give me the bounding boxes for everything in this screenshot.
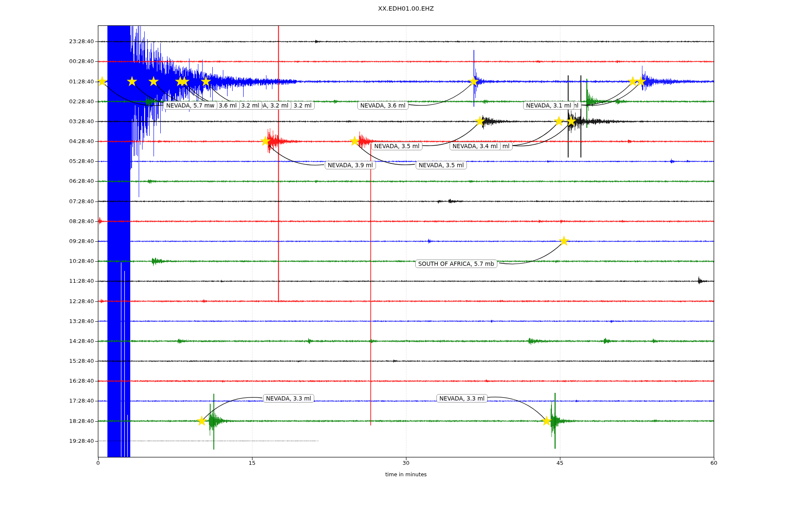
row-time-label: 08:28:40 [56,218,94,225]
row-time-label: 17:28:40 [56,397,94,405]
x-tick-label: 30 [397,460,415,466]
event-star-icon: ★ [259,134,272,148]
event-star-icon: ★ [474,114,486,128]
row-time-label: 06:28:40 [56,177,94,185]
row-time-label: 16:28:40 [56,377,94,385]
event-label: NEVADA, 3.1 ml [523,101,574,110]
row-time-label: 02:28:40 [56,98,94,105]
x-axis-label: time in minutes [321,471,491,478]
event-star-icon: ★ [348,134,361,148]
event-star-icon: ★ [96,74,108,88]
event-label: NEVADA, 3.3 ml [436,394,488,403]
event-label: NEVADA, 5.7 mw [163,101,217,110]
row-time-label: 03:28:40 [56,118,94,125]
row-time-label: 10:28:40 [56,257,94,265]
row-time-label: 14:28:40 [56,337,94,345]
row-time-label: 23:28:40 [56,38,94,45]
event-label: NEVADA, 3.9 ml [325,161,376,169]
event-star-icon: ★ [148,74,160,88]
row-time-label: 18:28:40 [56,417,94,425]
x-tick-label: 15 [243,460,261,466]
event-star-icon: ★ [178,74,190,88]
event-label: NEVADA, 3.6 ml [357,101,409,110]
event-label: NEVADA, 3.5 ml [416,161,467,169]
row-time-label: 13:28:40 [56,318,94,325]
event-label: NEVADA, 3.4 ml [450,142,501,150]
event-star-icon: ★ [565,114,577,128]
annotation-connector-line [499,241,564,264]
row-time-label: 01:28:40 [56,78,94,86]
annotation-connector-line [202,398,262,421]
event-label: NEVADA, 3.3 ml [263,394,314,403]
annotation-connector-line [409,82,474,105]
event-star-icon: ★ [468,74,480,88]
row-time-label: 12:28:40 [56,298,94,305]
x-tick-label: 45 [551,460,569,466]
helicorder-figure: XX.EDH01.00.EHZ 23:28:4000:28:4001:28:40… [0,0,812,508]
event-star-icon: ★ [126,74,138,88]
row-time-label: 11:28:40 [56,277,94,285]
row-time-label: 15:28:40 [56,357,94,365]
x-tick-label: 0 [89,460,107,466]
row-time-label: 19:28:40 [56,437,94,445]
annotation-connectors [0,0,812,508]
row-time-label: 00:28:40 [56,58,94,65]
row-time-label: 09:28:40 [56,237,94,245]
event-star-icon: ★ [200,74,212,88]
x-tick-label: 60 [705,460,723,466]
event-star-icon: ★ [196,414,208,427]
event-star-icon: ★ [635,74,647,88]
event-star-icon: ★ [553,114,565,128]
event-label: NEVADA, 3.5 ml [371,142,422,150]
annotation-connector-line [574,82,633,105]
annotation-connector-line [486,397,547,421]
event-label: SOUTH OF AFRICA, 5.7 mb [415,260,497,268]
annotation-connector-line [266,141,324,165]
row-time-label: 05:28:40 [56,157,94,165]
row-time-label: 04:28:40 [56,138,94,145]
event-star-icon: ★ [540,414,553,427]
event-star-icon: ★ [558,234,570,248]
row-time-label: 07:28:40 [56,198,94,205]
